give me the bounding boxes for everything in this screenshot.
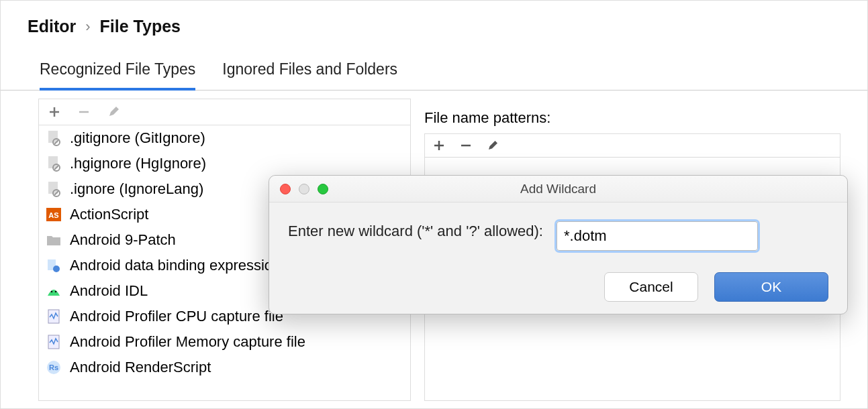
add-filetype-button[interactable] xyxy=(47,105,62,119)
chevron-right-icon: › xyxy=(85,18,90,36)
file-ignore-icon xyxy=(46,181,62,197)
svg-point-14 xyxy=(55,291,57,293)
edit-filetype-button[interactable] xyxy=(106,105,121,119)
breadcrumb-filetypes: File Types xyxy=(100,17,181,36)
list-item-label: .gitignore (GitIgnore) xyxy=(70,129,205,147)
wildcard-prompt: Enter new wildcard ('*' and '?' allowed)… xyxy=(288,223,543,240)
svg-text:Rs: Rs xyxy=(49,363,58,371)
file-ignore-icon xyxy=(46,156,62,172)
svg-text:AS: AS xyxy=(48,211,58,219)
tabs: Recognized File Types Ignored Files and … xyxy=(1,44,867,91)
svg-point-12 xyxy=(53,266,60,272)
wildcard-input[interactable] xyxy=(557,221,758,251)
file-ignore-icon xyxy=(46,130,62,146)
list-item-label: Android 9-Patch xyxy=(70,231,176,249)
tab-ignored-files[interactable]: Ignored Files and Folders xyxy=(222,60,397,91)
profiler-icon xyxy=(46,334,62,350)
list-item-label: Android Profiler CPU capture file xyxy=(70,308,283,325)
list-item-label: .hgignore (HgIgnore) xyxy=(70,155,206,172)
android-icon xyxy=(46,283,62,299)
actionscript-icon: AS xyxy=(46,207,62,223)
list-item[interactable]: RsAndroid RenderScript xyxy=(39,355,410,380)
list-item-label: Android IDL xyxy=(70,282,148,300)
list-item[interactable]: Android Profiler Memory capture file xyxy=(39,329,410,355)
cancel-button[interactable]: Cancel xyxy=(604,272,698,302)
add-pattern-button[interactable] xyxy=(433,139,445,152)
folder-icon xyxy=(46,232,62,248)
breadcrumb: Editor › File Types xyxy=(1,1,867,44)
list-item-label: Android Profiler Memory capture file xyxy=(70,333,305,351)
ok-button[interactable]: OK xyxy=(714,272,828,302)
list-item-label: .ignore (IgnoreLang) xyxy=(70,180,203,198)
renderscript-icon: Rs xyxy=(46,359,62,375)
filetype-toolbar xyxy=(38,99,411,125)
list-item-label: Android RenderScript xyxy=(70,359,211,376)
list-item[interactable]: .gitignore (GitIgnore) xyxy=(39,125,410,151)
profiler-icon xyxy=(46,308,62,325)
patterns-toolbar xyxy=(424,133,840,157)
breadcrumb-editor[interactable]: Editor xyxy=(28,17,76,36)
add-wildcard-dialog: Add Wildcard Enter new wildcard ('*' and… xyxy=(269,175,848,314)
dialog-titlebar[interactable]: Add Wildcard xyxy=(269,176,847,202)
databinding-icon xyxy=(46,257,62,274)
edit-pattern-button[interactable] xyxy=(487,139,499,152)
list-item-label: ActionScript xyxy=(70,206,148,223)
remove-pattern-button[interactable] xyxy=(460,139,472,152)
patterns-label: File name patterns: xyxy=(424,109,840,127)
svg-point-13 xyxy=(51,291,53,293)
remove-filetype-button[interactable] xyxy=(77,105,91,119)
dialog-title: Add Wildcard xyxy=(269,182,847,196)
tab-recognized-file-types[interactable]: Recognized File Types xyxy=(40,60,195,91)
list-item[interactable]: .hgignore (HgIgnore) xyxy=(39,151,410,176)
